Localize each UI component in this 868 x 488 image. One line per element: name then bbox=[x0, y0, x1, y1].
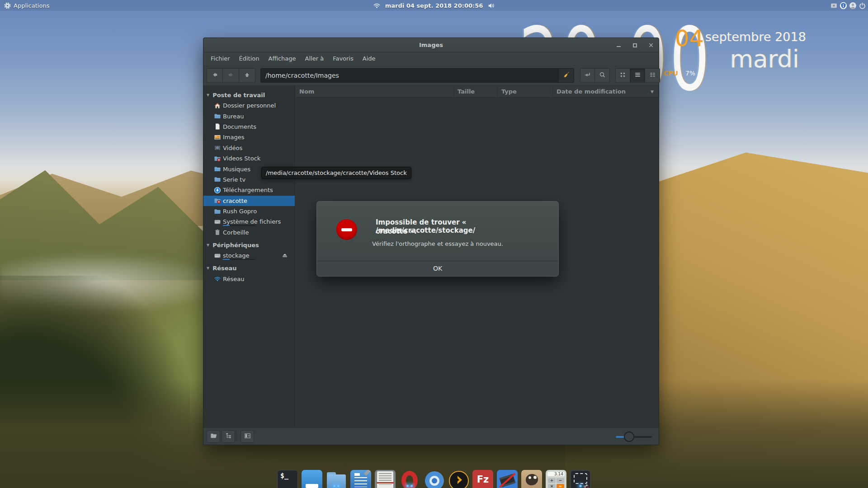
menu-aller-à[interactable]: Aller à bbox=[301, 52, 329, 65]
dialog-message-line2: cracotte ». bbox=[376, 227, 557, 235]
up-button[interactable] bbox=[239, 68, 255, 83]
desktop: 20:00 04 septembre 2018 mardi CPU7% Appl… bbox=[0, 0, 868, 488]
top-panel: Applications mardi 04 sept. 2018 20:00:5… bbox=[0, 0, 868, 11]
compact-view-button[interactable] bbox=[645, 68, 660, 83]
sidebar-item-label: cracotte bbox=[223, 197, 247, 204]
sidebar-section-poste-de-travail[interactable]: ▼Poste de travail bbox=[203, 90, 295, 100]
sidebar-item-corbeille[interactable]: Corbeille bbox=[203, 227, 295, 238]
icon-view-button[interactable] bbox=[615, 68, 630, 83]
dock-gimp[interactable] bbox=[521, 469, 542, 488]
menu-édition[interactable]: Édition bbox=[235, 52, 264, 65]
sidebar-item-label: Réseau bbox=[223, 276, 244, 282]
sidebar-item-dossier-personnel[interactable]: Dossier personnel bbox=[203, 100, 295, 111]
back-icon bbox=[212, 71, 218, 80]
toggle-sidebar-button[interactable] bbox=[241, 430, 254, 443]
running-indicator bbox=[333, 485, 340, 487]
power-icon[interactable] bbox=[859, 2, 866, 9]
dock-file-manager[interactable] bbox=[326, 469, 347, 488]
sidebar-item-label: Téléchargements bbox=[223, 187, 273, 193]
tree-pane-button[interactable] bbox=[222, 430, 235, 443]
dock-terminal[interactable]: $_ bbox=[277, 469, 298, 488]
sidebar-item-téléchargements[interactable]: Téléchargements bbox=[203, 185, 295, 195]
dock-filezilla[interactable]: Fz bbox=[472, 469, 494, 488]
menubar: FichierÉditionAffichageAller àFavorisAid… bbox=[203, 52, 659, 65]
sidebar-section-périphériques[interactable]: ▼Périphériques bbox=[203, 240, 295, 250]
column-header-date-de-modification[interactable]: Date de modification▼ bbox=[553, 86, 659, 97]
search-icon bbox=[599, 71, 606, 80]
sidebar-item-label: Serie tv bbox=[223, 176, 245, 183]
applications-menu[interactable]: Applications bbox=[0, 2, 49, 9]
column-label: Taille bbox=[458, 88, 475, 95]
ok-button[interactable]: OK bbox=[317, 261, 558, 276]
list-view-button[interactable] bbox=[630, 68, 645, 83]
folder-badge-icon bbox=[214, 155, 221, 162]
menu-favoris[interactable]: Favoris bbox=[328, 52, 358, 65]
open-location-button[interactable] bbox=[580, 68, 595, 83]
toolbar bbox=[203, 65, 659, 86]
sidebar-item-réseau[interactable]: Réseau bbox=[203, 273, 295, 284]
video-editor-icon bbox=[497, 470, 518, 488]
sidebar-item-cracotte[interactable]: cracotte bbox=[203, 196, 295, 206]
close-button[interactable]: × bbox=[648, 42, 654, 48]
sidebar: ▼Poste de travailDossier personnelBureau… bbox=[203, 86, 295, 427]
files-icon bbox=[302, 470, 322, 488]
updates-shield-icon[interactable] bbox=[840, 2, 847, 9]
running-indicator bbox=[580, 485, 582, 487]
column-label: Type bbox=[501, 88, 517, 95]
sidebar-item-bureau[interactable]: Bureau bbox=[203, 111, 295, 121]
zoom-slider[interactable] bbox=[616, 432, 652, 441]
menu-fichier[interactable]: Fichier bbox=[206, 52, 235, 65]
terminal-icon: $_ bbox=[277, 470, 298, 488]
titlebar[interactable]: Images × bbox=[203, 38, 659, 52]
home-icon bbox=[214, 102, 221, 109]
dock-libreoffice-writer[interactable] bbox=[350, 469, 372, 488]
dock-chromium[interactable] bbox=[423, 469, 445, 488]
column-header-taille[interactable]: Taille bbox=[454, 86, 498, 97]
dock-files[interactable] bbox=[301, 469, 323, 488]
panel-tray bbox=[830, 2, 866, 9]
minimize-button[interactable] bbox=[615, 42, 622, 48]
dock-opera[interactable] bbox=[399, 469, 420, 488]
video-icon bbox=[214, 144, 221, 151]
search-button[interactable] bbox=[595, 68, 610, 83]
sidebar-item-documents[interactable]: Documents bbox=[203, 122, 295, 132]
image-icon bbox=[214, 134, 221, 141]
menu-affichage[interactable]: Affichage bbox=[264, 52, 300, 65]
dock-document-viewer[interactable] bbox=[374, 469, 396, 488]
disk-usage-bar bbox=[223, 259, 255, 260]
maximize-button[interactable] bbox=[632, 42, 638, 48]
dock-video-editor[interactable] bbox=[496, 469, 518, 488]
dock-calculator[interactable]: 3.14+−×= bbox=[545, 469, 567, 488]
sidebar-item-système-de-fichiers[interactable]: Système de fichiers bbox=[203, 216, 295, 227]
chevron-down-icon: ▼ bbox=[207, 93, 209, 97]
zoom-slider-handle[interactable] bbox=[624, 432, 634, 442]
eject-button[interactable] bbox=[281, 252, 288, 259]
sidebar-item-rush-gopro[interactable]: Rush Gopro bbox=[203, 206, 295, 216]
folder-icon bbox=[214, 176, 221, 183]
return-arrow-icon bbox=[584, 71, 591, 80]
user-icon[interactable] bbox=[849, 2, 857, 9]
removable-media-icon[interactable] bbox=[830, 2, 838, 9]
shortcuts-pane-button[interactable] bbox=[207, 430, 220, 443]
sidebar-item-stockage[interactable]: stockage bbox=[203, 250, 295, 261]
back-button[interactable] bbox=[207, 68, 223, 83]
column-header-type[interactable]: Type bbox=[498, 86, 553, 97]
column-label: Nom bbox=[299, 88, 314, 95]
dock-screenshot-tool[interactable]: ✂ bbox=[570, 469, 591, 488]
path-input[interactable] bbox=[261, 72, 558, 79]
sidebar-item-label: Musiques bbox=[223, 166, 250, 173]
window-title: Images bbox=[203, 38, 659, 52]
dock-plex[interactable] bbox=[448, 469, 469, 488]
sidebar-item-label: Documents bbox=[223, 123, 256, 130]
sidebar-item-vidéos[interactable]: Vidéos bbox=[203, 143, 295, 153]
sidebar-item-images[interactable]: Images bbox=[203, 132, 295, 142]
gear-icon bbox=[4, 2, 11, 9]
forward-button[interactable] bbox=[223, 68, 239, 83]
column-header-nom[interactable]: Nom bbox=[296, 86, 454, 97]
clear-path-button[interactable] bbox=[558, 69, 574, 82]
sidebar-section-réseau[interactable]: ▼Réseau bbox=[203, 263, 295, 273]
menu-aide[interactable]: Aide bbox=[358, 52, 380, 65]
sidebar-item-videos-stock[interactable]: Videos Stock bbox=[203, 153, 295, 164]
applications-label: Applications bbox=[14, 2, 49, 9]
panel-clock[interactable]: mardi 04 sept. 2018 20:00:56 bbox=[385, 2, 483, 9]
